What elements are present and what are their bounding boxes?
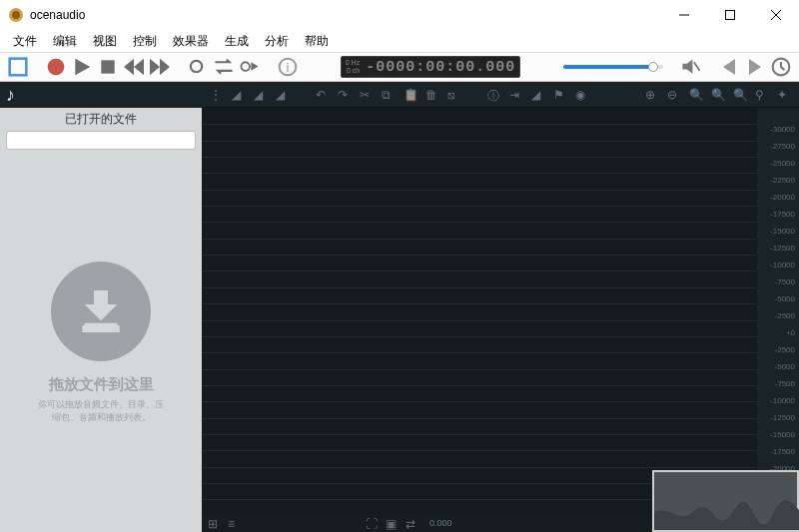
cut-icon[interactable]: ✂ [360,88,374,102]
selection-icon[interactable]: ⇥ [509,88,523,102]
amplitude-tick: -5000 [775,362,795,371]
timecode-ch: 0 ch [346,67,360,75]
waveform-canvas[interactable] [202,108,757,532]
app-icon [8,7,24,23]
zoom-out-icon[interactable]: ⊖ [667,88,681,102]
svg-marker-13 [160,59,170,76]
menu-generate[interactable]: 生成 [218,31,256,52]
close-button[interactable] [753,0,799,30]
rewind-button[interactable] [124,57,144,77]
delete-icon[interactable]: 🗑 [425,88,439,102]
volume-slider[interactable] [563,65,663,69]
amplitude-tick: +0 [786,328,795,337]
image-icon[interactable]: ▣ [386,517,398,529]
svg-rect-3 [726,11,735,20]
svg-text:i: i [287,60,290,75]
level-3-icon[interactable]: ◢ [276,88,290,102]
amplitude-tick: -27500 [770,142,795,151]
crop-icon[interactable]: ⧅ [447,88,461,102]
timecode-hz: 0 Hz [346,59,360,67]
minimize-button[interactable] [661,0,707,30]
grid-icon[interactable]: ⊞ [208,517,220,529]
loop-region-button[interactable] [214,57,234,77]
transport-toolbar: i 0 Hz 0 ch -0000:00:00.000 [0,52,799,82]
link-icon[interactable]: ⚲ [755,88,769,102]
level-1-icon[interactable]: ◢ [232,88,246,102]
cursor-icon[interactable]: Ⓘ [487,88,501,102]
svg-point-14 [241,63,250,72]
amplitude-ruler: -30000-27500-25000-22500-20000-17500-150… [757,108,799,532]
stop-marker-button[interactable] [8,57,28,77]
window-title: ocenaudio [30,8,661,22]
list-icon[interactable]: ≡ [228,517,240,529]
redo-icon[interactable]: ↷ [338,88,352,102]
amplitude-tick: -5000 [775,294,795,303]
mute-button[interactable] [681,57,701,77]
drop-subtitle-1: 你可以拖放音频文件、目录、压 [38,398,164,411]
loop-button[interactable] [188,57,208,77]
svg-marker-19 [723,59,735,75]
next-region-button[interactable] [745,57,765,77]
amplitude-tick: -10000 [770,396,795,405]
play-button[interactable] [72,57,92,77]
svg-marker-22 [85,290,118,320]
svg-point-1 [12,11,20,19]
amplitude-tick: -7500 [775,379,795,388]
maximize-button[interactable] [707,0,753,30]
files-panel: 已打开的文件 🔍 拖放文件到这里 你可以拖放音频文件、目录、压 缩包、音频和播放… [0,108,202,532]
spectrum-preview[interactable] [652,470,799,532]
menu-help[interactable]: 帮助 [298,31,336,52]
zoom-v-icon[interactable]: 🔍 [733,88,747,102]
menu-bar: 文件 编辑 视图 控制 效果器 生成 分析 帮助 [0,30,799,52]
forward-button[interactable] [150,57,170,77]
menu-analyze[interactable]: 分析 [258,31,296,52]
amplitude-tick: -15000 [770,227,795,236]
zoom-in-icon[interactable]: ⊕ [645,88,659,102]
svg-rect-23 [85,323,118,330]
marker-icon[interactable]: ◢ [531,88,545,102]
svg-marker-11 [134,59,144,76]
play-selection-button[interactable] [240,57,260,77]
menu-control[interactable]: 控制 [126,31,164,52]
amplitude-tick: -15000 [770,430,795,439]
work-area: ♪ 已打开的文件 🔍 拖放文件到这里 你可以拖放音频文件、目录、压 缩包、音频和… [0,82,799,532]
title-bar: ocenaudio [0,0,799,30]
drop-zone[interactable]: 拖放文件到这里 你可以拖放音频文件、目录、压 缩包、音频和播放列表。 [0,154,202,532]
menu-file[interactable]: 文件 [6,31,44,52]
flag-icon[interactable]: ⚑ [553,88,567,102]
file-search-input[interactable] [6,131,196,150]
zoom-fit-icon[interactable]: 🔍 [711,88,725,102]
info-button[interactable]: i [278,57,298,77]
amplitude-tick: -30000 [770,125,795,134]
expand-icon[interactable]: ⛶ [366,517,378,529]
timecode-display: 0 Hz 0 ch -0000:00:00.000 [341,56,520,78]
record-button[interactable] [46,57,66,77]
paste-icon[interactable]: 📋 [403,88,417,102]
grip-icon: ⋮ [210,88,224,102]
amplitude-tick: -10000 [770,261,795,269]
menu-view[interactable]: 视图 [86,31,124,52]
history-button[interactable] [771,57,791,77]
copy-icon[interactable]: ⧉ [382,88,396,102]
amplitude-tick: -12500 [770,413,795,422]
eye-icon[interactable]: ◉ [575,88,589,102]
stop-button[interactable] [98,57,118,77]
files-panel-title: 已打开的文件 [0,108,202,131]
drop-subtitle-2: 缩包、音频和播放列表。 [52,411,151,424]
level-2-icon[interactable]: ◢ [254,88,268,102]
menu-edit[interactable]: 编辑 [46,31,84,52]
undo-icon[interactable]: ↶ [316,88,330,102]
settings-icon[interactable]: ✦ [777,88,791,102]
drop-title: 拖放文件到这里 [49,375,154,394]
amplitude-tick: -20000 [770,193,795,202]
timecode-main: -0000:00:00.000 [366,59,515,76]
zoom-sel-icon[interactable]: 🔍 [689,88,703,102]
svg-marker-20 [749,59,761,75]
amplitude-tick: -25000 [770,159,795,168]
cursor-position: 0.000 [429,518,452,528]
svg-marker-15 [251,63,258,72]
toggle-icon[interactable]: ⇄ [405,517,417,529]
prev-region-button[interactable] [719,57,739,77]
svg-marker-10 [124,59,134,76]
menu-effects[interactable]: 效果器 [166,31,216,52]
